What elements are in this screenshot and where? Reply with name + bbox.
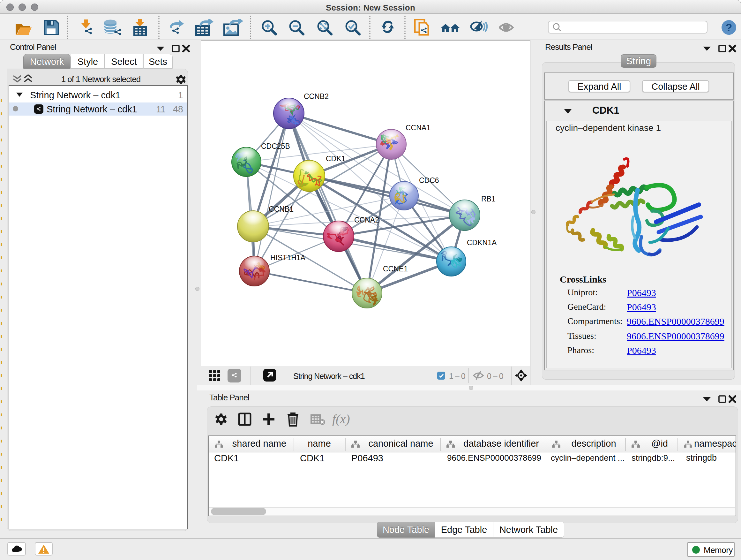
- svg-text:CDK1: CDK1: [326, 154, 345, 163]
- svg-text:CDC6: CDC6: [419, 176, 439, 185]
- svg-text:CDC25B: CDC25B: [261, 142, 290, 150]
- svg-text:RB1: RB1: [481, 195, 495, 203]
- svg-text:HIST1H1A: HIST1H1A: [270, 253, 306, 262]
- svg-text:CCNA1: CCNA1: [406, 124, 430, 132]
- svg-text:CCNE1: CCNE1: [383, 265, 408, 273]
- svg-text:CCNA2: CCNA2: [354, 216, 379, 224]
- svg-text:CCNB2: CCNB2: [304, 92, 329, 101]
- svg-text:CDKN1A: CDKN1A: [467, 239, 497, 247]
- svg-text:?: ?: [726, 21, 732, 34]
- svg-text:CCNB1: CCNB1: [269, 205, 293, 213]
